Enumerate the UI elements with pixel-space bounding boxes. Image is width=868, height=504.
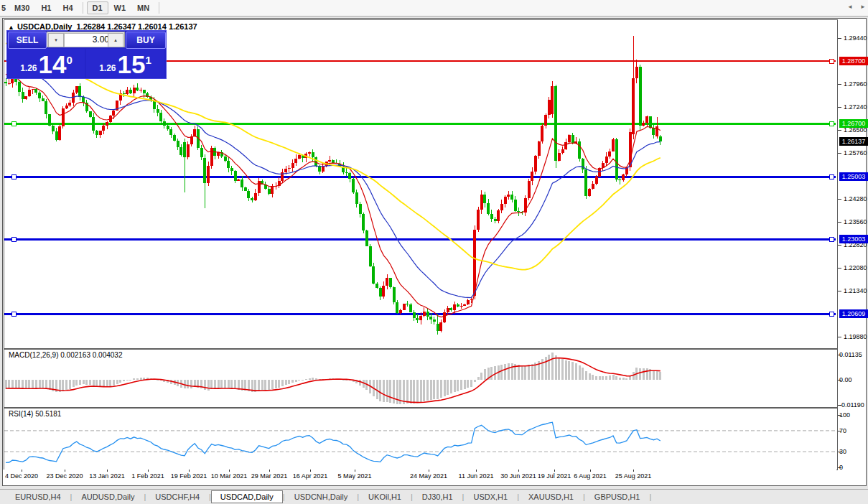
macd-canvas (4, 350, 836, 406)
price-tick-dash (838, 107, 841, 108)
rsi-canvas (4, 409, 836, 468)
tab-usdchf-h4[interactable]: USDCHF,H4 (146, 491, 209, 503)
volume-stepper: ▾ 3.00 ▴ (47, 32, 125, 47)
level-badge-1.20609: 1.20609 (839, 309, 868, 318)
hline-handle[interactable] (11, 312, 16, 316)
rsi-tick-label: 30 (839, 448, 846, 455)
sell-button[interactable]: SELL (8, 32, 47, 49)
date-tick-mark (229, 470, 230, 472)
price-tick-dash (838, 153, 841, 154)
price-tick-label: 1.19880 (844, 333, 867, 340)
date-tick-mark (518, 470, 519, 472)
date-label: 5 May 2021 (337, 472, 371, 480)
rsi-tick-label: 0 (839, 464, 843, 471)
volume-decrease-icon[interactable]: ▾ (48, 33, 64, 47)
sell-price-big: 14 (39, 52, 67, 78)
chart-title: ▲USDCAD,Daily 1.26284 1.26347 1.26014 1.… (8, 22, 197, 31)
date-tick-mark (65, 470, 65, 472)
hline-handle[interactable] (11, 237, 16, 241)
hline-1.26700[interactable] (4, 121, 836, 126)
volume-increase-icon[interactable]: ▴ (108, 33, 123, 47)
moving-average-10 (6, 74, 661, 317)
date-axis[interactable]: 4 Dec 202023 Dec 202013 Jan 20211 Feb 20… (4, 470, 836, 482)
tab-eurusd-h4[interactable]: EURUSD,H4 (6, 491, 70, 503)
level-badge-1.23003: 1.23003 (839, 235, 868, 243)
date-tick-mark (476, 470, 477, 472)
tabs-scroll-left-icon[interactable]: ◄ (847, 4, 853, 10)
bid-price-badge: 1.26137 (839, 137, 868, 146)
tab-usdcnh-daily[interactable]: USDCNH,Daily (285, 491, 358, 503)
price-tick-dash (838, 337, 841, 337)
tab-separator: | (649, 493, 651, 501)
sell-price-pip: 0 (66, 54, 72, 66)
timeframe-button-d1[interactable]: D1 (87, 1, 108, 14)
tab-audusd-daily[interactable]: AUDUSD,Daily (72, 491, 144, 503)
tab-gbpusd-h1[interactable]: GBPUSD,H1 (585, 491, 650, 503)
timeframe-button-5[interactable]: 5 (0, 1, 9, 14)
price-tick-dash (838, 84, 841, 85)
buy-price-display[interactable]: 1.26 15 1 (86, 49, 164, 78)
tab-usdcad-daily[interactable]: USDCAD,Daily (211, 490, 283, 503)
hline-handle[interactable] (829, 59, 834, 63)
price-tick-label: 1.25760 (844, 149, 867, 157)
toolbar-separator (159, 2, 159, 14)
buy-price-big: 15 (118, 52, 146, 78)
macd-histogram (5, 353, 662, 404)
toolbar-separator (83, 2, 83, 14)
timeframe-button-h1[interactable]: H1 (35, 1, 57, 14)
tab-usdx-h1[interactable]: USDX,H1 (464, 491, 517, 503)
price-tick-label: 1.27960 (844, 80, 867, 88)
macd-tick-label: 0.00 (839, 376, 852, 383)
symbol-tabs-bar: EURUSD,H4|AUDUSD,Daily|USDCHF,H4|USDCAD,… (0, 489, 868, 504)
date-label: 6 Aug 2021 (574, 472, 607, 480)
moving-average-25 (6, 60, 661, 298)
hline-1.23003[interactable] (4, 237, 836, 241)
hline-handle[interactable] (829, 237, 834, 241)
date-label: 10 Mar 2021 (211, 472, 248, 480)
timeframe-button-h4[interactable]: H4 (57, 1, 78, 14)
tabs-scroll-right-icon[interactable]: ► (860, 4, 866, 10)
rsi-label: RSI(14) 50.5181 (9, 410, 61, 418)
hline-handle[interactable] (829, 312, 834, 316)
chart-marker-icon: ▲ (8, 24, 14, 31)
rsi-tick-label: 70 (839, 427, 846, 434)
tab-dj30-h1[interactable]: DJ30,H1 (413, 491, 462, 503)
date-label: 25 Aug 2021 (615, 472, 652, 480)
buy-button[interactable]: BUY (126, 32, 166, 49)
price-tick-dash (838, 38, 841, 39)
hline-handle[interactable] (829, 121, 834, 126)
chart-ohlc-quotes: 1.26284 1.26347 1.26014 1.26137 (76, 22, 197, 31)
date-label: 19 Jul 2021 (538, 472, 571, 480)
one-click-trading-panel: SELL ▾ 3.00 ▴ BUY 1.26 14 0 1.26 15 1 (6, 30, 167, 79)
level-badge-1.25003: 1.25003 (839, 172, 868, 181)
date-label: 29 Mar 2021 (251, 472, 288, 480)
tab-ukoil-h1[interactable]: UKOil,H1 (359, 491, 411, 503)
sell-price-display[interactable]: 1.26 14 0 (8, 49, 85, 78)
chart-symbol-label: USDCAD,Daily (17, 22, 72, 31)
candles-series (4, 36, 662, 334)
price-tick-label: 1.29440 (844, 34, 867, 42)
date-tick-mark (148, 470, 149, 472)
date-tick-mark (22, 470, 22, 472)
date-tick-mark (590, 470, 591, 472)
level-badge-1.26700: 1.26700 (839, 119, 868, 128)
hline-handle[interactable] (11, 121, 16, 126)
hline-handle[interactable] (829, 174, 834, 179)
hline-1.25003[interactable] (4, 174, 836, 179)
timeframe-button-mn[interactable]: MN (131, 1, 155, 14)
date-tick-mark (107, 470, 108, 472)
timeframe-button-w1[interactable]: W1 (108, 1, 132, 14)
date-label: 1 Feb 2021 (131, 472, 164, 480)
tab-xauusd-h1[interactable]: XAUUSD,H1 (519, 491, 583, 503)
date-tick-mark (269, 470, 270, 472)
timeframe-button-m30[interactable]: M30 (9, 1, 35, 14)
timeframe-toolbar: 5M30H1H4D1W1MN (0, 0, 868, 17)
date-label: 16 Apr 2021 (293, 472, 328, 480)
volume-input[interactable]: 3.00 (64, 33, 113, 47)
buy-price-prefix: 1.26 (99, 63, 116, 73)
price-tick-dash (838, 268, 841, 269)
hline-1.20609[interactable] (4, 312, 836, 316)
level-badge-1.28700: 1.28700 (839, 57, 868, 65)
hline-handle[interactable] (11, 174, 16, 179)
price-tick-label: 1.23560 (844, 218, 867, 225)
